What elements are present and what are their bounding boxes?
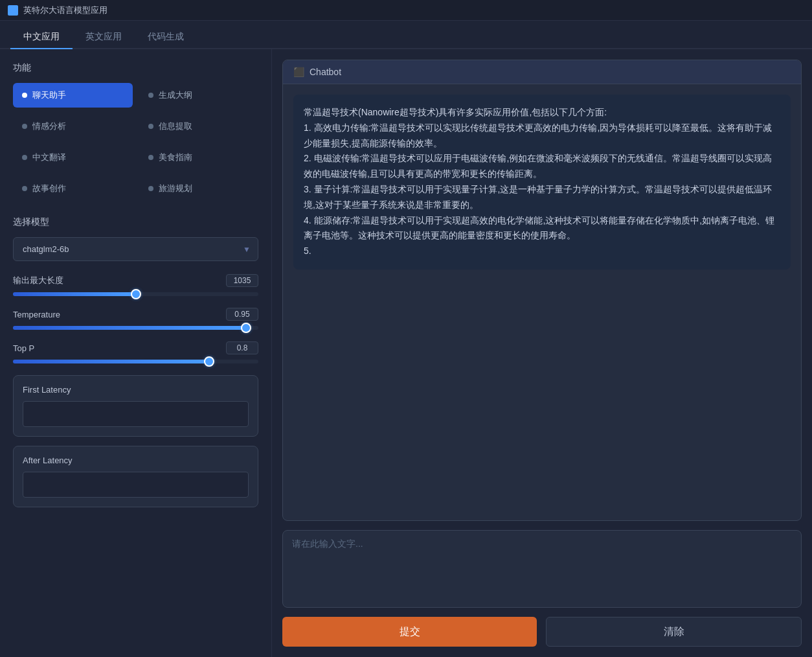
slider-temperature: Temperature 0.95 — [13, 308, 258, 330]
slider-top-p-track[interactable] — [13, 360, 258, 363]
slider-top-p-header: Top P 0.8 — [13, 341, 258, 354]
tab-chinese[interactable]: 中文应用 — [10, 26, 73, 49]
clear-button[interactable]: 清除 — [546, 617, 802, 647]
slider-top-p-value: 0.8 — [226, 341, 258, 354]
right-panel: ⬛ Chatbot 常温超导技术(Nanowire超导技术)具有许多实际应用价值… — [272, 49, 812, 657]
function-outline-label: 生成大纲 — [159, 89, 192, 101]
function-travel-label: 旅游规划 — [159, 183, 192, 194]
slider-temperature-thumb[interactable] — [241, 323, 251, 333]
message-text: 常温超导技术(Nanowire超导技术)具有许多实际应用价值,包括以下几个方面:… — [304, 107, 774, 256]
function-sentiment[interactable]: 情感分析 — [13, 114, 133, 139]
chatbot-header: ⬛ Chatbot — [283, 60, 801, 84]
function-food-label: 美食指南 — [159, 152, 192, 163]
title-bar: 英特尔大语言模型应用 — [0, 0, 812, 21]
app-icon — [8, 5, 18, 16]
action-buttons: 提交 清除 — [282, 617, 802, 647]
chatbot-scroll[interactable]: 常温超导技术(Nanowire超导技术)具有许多实际应用价值,包括以下几个方面:… — [283, 84, 801, 520]
first-latency-input — [23, 401, 249, 427]
function-extract-label: 信息提取 — [159, 121, 192, 132]
function-chat[interactable]: 聊天助手 — [13, 83, 133, 108]
function-story[interactable]: 故事创作 — [13, 176, 133, 201]
chatbot-container: ⬛ Chatbot 常温超导技术(Nanowire超导技术)具有许多实际应用价值… — [282, 60, 802, 521]
slider-temperature-value: 0.95 — [226, 308, 258, 321]
dot-sentiment — [22, 124, 27, 129]
slider-max-length-label: 输出最大长度 — [13, 275, 63, 286]
dot-food — [148, 155, 153, 160]
slider-max-length-value: 1035 — [226, 274, 258, 287]
function-outline[interactable]: 生成大纲 — [139, 83, 259, 108]
after-latency-section: After Latency — [13, 446, 258, 507]
tab-bar: 中文应用 英文应用 代码生成 — [0, 21, 812, 49]
slider-top-p-label: Top P — [13, 343, 34, 353]
dot-chat — [22, 93, 27, 98]
slider-temperature-header: Temperature 0.95 — [13, 308, 258, 321]
slider-top-p-fill — [13, 360, 209, 363]
slider-top-p-thumb[interactable] — [204, 356, 214, 367]
function-travel[interactable]: 旅游规划 — [139, 176, 259, 201]
function-extract[interactable]: 信息提取 — [139, 114, 259, 139]
tab-codegen[interactable]: 代码生成 — [135, 26, 197, 49]
slider-top-p: Top P 0.8 — [13, 341, 258, 363]
dot-story — [22, 186, 27, 191]
function-translate[interactable]: 中文翻译 — [13, 145, 133, 170]
slider-temperature-fill — [13, 326, 246, 330]
slider-max-length-fill — [13, 292, 136, 296]
function-translate-label: 中文翻译 — [32, 152, 66, 163]
dot-travel — [148, 186, 153, 191]
function-story-label: 故事创作 — [32, 183, 66, 194]
slider-max-length-thumb[interactable] — [131, 289, 141, 299]
chat-input-area[interactable]: 请在此输入文字... — [282, 530, 802, 608]
left-panel: 功能 聊天助手 生成大纲 情感分析 信息提取 中文翻译 — [0, 49, 272, 657]
chatbot-title: Chatbot — [310, 67, 341, 77]
function-grid: 聊天助手 生成大纲 情感分析 信息提取 中文翻译 美食指南 — [13, 83, 258, 201]
submit-button[interactable]: 提交 — [282, 617, 537, 647]
model-section: 选择模型 chatglm2-6b chatglm-6b llama-7b ▼ — [13, 216, 258, 261]
after-latency-input — [23, 472, 249, 498]
svg-marker-0 — [10, 7, 16, 14]
model-select[interactable]: chatglm2-6b chatglm-6b llama-7b — [13, 237, 258, 261]
model-section-title: 选择模型 — [13, 216, 258, 228]
message-bubble: 常温超导技术(Nanowire超导技术)具有许多实际应用价值,包括以下几个方面:… — [293, 95, 791, 270]
first-latency-title: First Latency — [23, 385, 249, 395]
main-layout: 功能 聊天助手 生成大纲 情感分析 信息提取 中文翻译 — [0, 49, 812, 657]
first-latency-section: First Latency — [13, 375, 258, 437]
slider-temperature-label: Temperature — [13, 310, 60, 319]
dot-outline — [148, 93, 153, 98]
slider-max-length: 输出最大长度 1035 — [13, 274, 258, 296]
input-placeholder: 请在此输入文字... — [292, 538, 363, 549]
after-latency-title: After Latency — [23, 455, 249, 465]
dot-translate — [22, 155, 27, 160]
chatbot-icon: ⬛ — [293, 67, 304, 77]
slider-max-length-header: 输出最大长度 1035 — [13, 274, 258, 287]
function-sentiment-label: 情感分析 — [32, 121, 66, 132]
function-food[interactable]: 美食指南 — [139, 145, 259, 170]
function-section-title: 功能 — [13, 62, 258, 74]
function-chat-label: 聊天助手 — [32, 89, 66, 101]
tab-english[interactable]: 英文应用 — [73, 26, 135, 49]
app-title: 英特尔大语言模型应用 — [23, 5, 107, 16]
slider-max-length-track[interactable] — [13, 292, 258, 296]
dot-extract — [148, 124, 153, 129]
model-select-wrapper: chatglm2-6b chatglm-6b llama-7b ▼ — [13, 237, 258, 261]
slider-temperature-track[interactable] — [13, 326, 258, 330]
